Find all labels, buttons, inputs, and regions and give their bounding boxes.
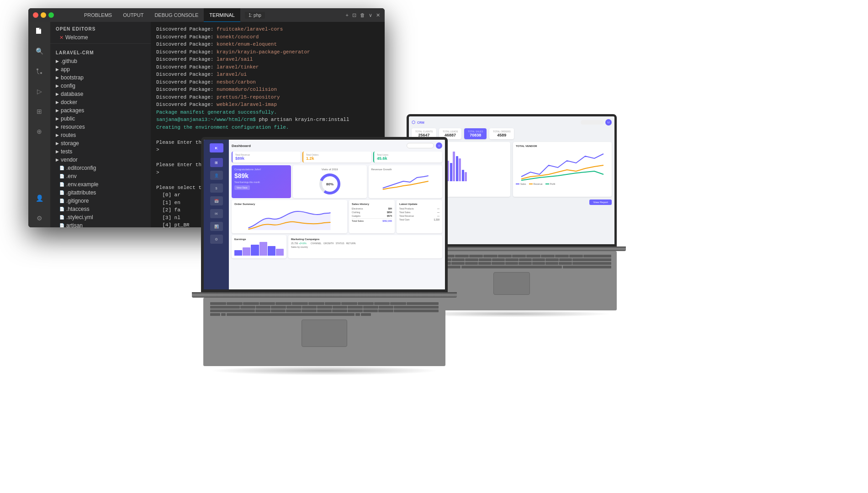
folder-config[interactable]: ▶ config [50, 82, 151, 90]
line-chart-box: TOTAL VENDOR Sales [513, 142, 612, 197]
nav-mail[interactable]: ✉ [210, 209, 223, 218]
folder-docker[interactable]: ▶ docker [50, 98, 151, 106]
file-icon7: 📄 [59, 215, 64, 220]
folder-storage[interactable]: ▶ storage [50, 139, 151, 147]
terminal-line: Discovered Package: nunomaduro/collision [156, 86, 379, 94]
congrats-subtitle: Congratulations John! [234, 168, 288, 171]
chevron-right-icon8: ▶ [56, 116, 59, 121]
crm-left-header: Dashboard U [232, 142, 442, 149]
folder-bootstrap[interactable]: ▶ bootstrap [50, 73, 151, 82]
file-editorconfig[interactable]: 📄 .editorconfig [50, 164, 151, 172]
gitattributes-name: .gitattributes [66, 189, 96, 196]
file-icon2: 📄 [59, 174, 64, 178]
editorconfig-name: .editorconfig [66, 165, 96, 171]
welcome-file: Welcome [65, 34, 88, 41]
extensions-icon[interactable]: ⊞ [33, 105, 46, 118]
revenue-card: Revenue Growth [369, 165, 443, 198]
search-bar-left[interactable] [407, 143, 434, 148]
more-icon[interactable]: ∨ [369, 12, 372, 18]
nav-deals[interactable]: $ [210, 184, 223, 193]
file-artisan[interactable]: 📄 artisan [50, 221, 151, 227]
source-control-icon[interactable] [33, 65, 46, 78]
chevron-right-icon4: ▶ [56, 84, 59, 88]
chevron-right-icon6: ▶ [56, 100, 59, 105]
file-icon8: 📄 [59, 223, 64, 227]
split-icon[interactable]: ⊡ [352, 12, 356, 18]
keyboard-left [203, 298, 445, 366]
tab-output[interactable]: OUTPUT [117, 8, 149, 22]
touchpad-left[interactable] [302, 320, 347, 347]
sales-items: Electronics$84 Clothing$854 Gadgets$574 … [352, 207, 392, 222]
nav-dashboard[interactable]: ⊞ [210, 158, 223, 167]
terminal-line: Discovered Package: konekt/concord [156, 33, 379, 41]
nav-contacts[interactable]: 👤 [210, 171, 223, 180]
donut-chart-svg: 80% [318, 173, 341, 195]
folder-resources-name: resources [61, 124, 85, 130]
congrats-card: Congratulations John! $89k Total Earning… [232, 165, 291, 198]
gitignore-name: .gitignore [66, 198, 89, 204]
folder-vendor[interactable]: ▶ vendor [50, 156, 151, 164]
env-name: .env [66, 173, 77, 179]
chevron-right-icon7: ▶ [56, 108, 59, 113]
marketing-stats: 25,756 +24.6% Sales by country [291, 242, 308, 248]
order-summary-card: Order Summary [232, 200, 347, 233]
folder-packages-name: packages [61, 107, 84, 114]
close-icon[interactable]: ✕ [376, 12, 380, 18]
view-stats-btn[interactable]: View Stats [234, 185, 250, 190]
tab-debug-console[interactable]: DEBUG CONSOLE [149, 8, 204, 22]
folder-tests[interactable]: ▶ tests [50, 147, 151, 156]
earnings-title: Earnings [234, 238, 284, 241]
laptop-left: K ⊞ 👤 $ 📅 ✉ 📊 ⚙ Dashboard [187, 137, 461, 366]
folder-app-name: app [61, 66, 70, 73]
debug-icon[interactable]: ▷ [33, 85, 46, 98]
crm-right-logo: ⬡ [412, 120, 415, 125]
folder-packages[interactable]: ▶ packages [50, 106, 151, 115]
maximize-dot[interactable] [48, 12, 54, 18]
stat-sales: TOTAL SALES 70838 [464, 128, 487, 139]
add-terminal-icon[interactable]: + [346, 12, 349, 18]
open-file-welcome[interactable]: ✕ Welcome [50, 33, 151, 42]
folder-storage-name: storage [61, 140, 79, 147]
trash-icon[interactable]: 🗑 [360, 12, 365, 18]
terminal-line: Discovered Package: laravel/tinker [156, 63, 379, 71]
marketing-table: CHANNELGROWTHSTATUSRETURN [311, 242, 356, 248]
update-3: Total Revenue— [399, 215, 439, 217]
folder-resources[interactable]: ▶ resources [50, 123, 151, 131]
nav-activities[interactable]: 📅 [210, 196, 223, 205]
earnings-card: Earnings [232, 235, 286, 258]
settings-icon[interactable]: ⚙ [33, 212, 46, 225]
account-icon[interactable]: 👤 [33, 192, 46, 205]
nav-settings[interactable]: ⚙ [210, 235, 223, 244]
folder-github[interactable]: ▶ .github [50, 57, 151, 65]
touchpad-right[interactable] [493, 272, 530, 295]
close-file-icon[interactable]: ✕ [59, 35, 64, 41]
legend-label1: Sales [520, 183, 526, 185]
remote-icon[interactable]: ⊕ [33, 125, 46, 138]
explorer-icon[interactable] [33, 25, 46, 37]
sales-title: Sales History [352, 203, 392, 205]
close-dot[interactable] [33, 12, 38, 18]
latest-title: Latest Update [399, 203, 439, 205]
search-bar-right[interactable] [581, 120, 603, 125]
file-env[interactable]: 📄 .env [50, 172, 151, 180]
sales-item-3: Gadgets$574 [352, 215, 392, 217]
nav-reports[interactable]: 📊 [210, 222, 223, 231]
folder-app[interactable]: ▶ app [50, 65, 151, 73]
activity-bar: 🔍 ▷ ⊞ ⊕ 👤 ⚙ [28, 22, 50, 227]
minimize-dot[interactable] [41, 12, 46, 18]
file-env-example[interactable]: 📄 .env.example [50, 180, 151, 189]
folder-public[interactable]: ▶ public [50, 115, 151, 123]
folder-routes[interactable]: ▶ routes [50, 131, 151, 139]
tab-problems[interactable]: PROBLEMS [79, 8, 117, 22]
file-gitattributes[interactable]: 📄 .gitattributes [50, 189, 151, 197]
file-htaccess[interactable]: 📄 .htaccess [50, 205, 151, 213]
search-icon[interactable]: 🔍 [33, 45, 46, 58]
file-icon3: 📄 [59, 182, 64, 187]
view-report-button[interactable]: View Report [589, 199, 612, 205]
stat-card-3: Total Users 45.6k [373, 152, 442, 163]
tab-terminal[interactable]: TERMINAL [204, 8, 240, 22]
file-gitignore[interactable]: 📄 .gitignore [50, 197, 151, 205]
folder-database[interactable]: ▶ database [50, 90, 151, 98]
file-icon6: 📄 [59, 207, 64, 211]
file-styleci[interactable]: 📄 .styleci.yml [50, 213, 151, 221]
